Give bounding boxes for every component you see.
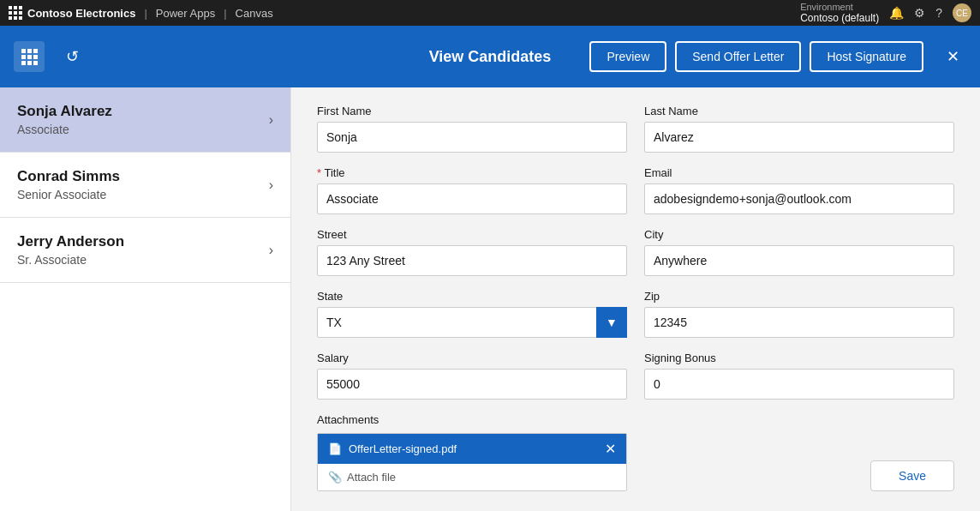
close-button[interactable]: ✕: [939, 43, 966, 70]
zip-group: Zip: [644, 290, 954, 338]
attachments-group: Attachments 📄 OfferLetter-signed.pdf ✕ 📎…: [317, 413, 627, 491]
state-select-wrapper: TX CA NY ▼: [317, 307, 627, 338]
app-title: View Candidates: [429, 48, 552, 66]
salary-label: Salary: [317, 352, 627, 364]
attachments-label: Attachments: [317, 413, 627, 426]
signing-bonus-input[interactable]: [644, 369, 954, 400]
preview-button[interactable]: Preview: [589, 41, 666, 72]
street-label: Street: [317, 228, 627, 241]
topbar-logo: Contoso Electronics: [9, 6, 135, 20]
environment-label: Environment: [800, 2, 879, 12]
main-content: Sonja Alvarez Associate › Conrad Simms S…: [0, 87, 980, 511]
attachment-close-button[interactable]: ✕: [605, 441, 616, 457]
chevron-icon-jerry: ›: [269, 243, 273, 258]
save-area: Save: [644, 413, 954, 491]
sidebar-item-conrad[interactable]: Conrad Simms Senior Associate ›: [0, 153, 290, 218]
send-offer-button[interactable]: Send Offer Letter: [675, 41, 801, 72]
topbar-app-label: Power Apps: [156, 7, 215, 20]
sidebar-item-info-conrad: Conrad Simms Senior Associate: [17, 168, 120, 201]
apps-icon: [9, 6, 22, 20]
title-label: Title: [317, 166, 627, 179]
last-name-label: Last Name: [644, 105, 954, 117]
attach-file-row[interactable]: 📎 Attach file: [318, 464, 626, 490]
logo-text: Contoso Electronics: [27, 7, 135, 20]
app-header: ↺ View Candidates Preview Send Offer Let…: [0, 26, 980, 87]
first-name-input[interactable]: [317, 122, 627, 153]
sidebar-item-info-jerry: Jerry Anderson Sr. Associate: [17, 233, 124, 267]
street-group: Street: [317, 228, 627, 276]
state-group: State TX CA NY ▼: [317, 290, 627, 338]
sidebar-item-role-conrad: Senior Associate: [17, 188, 120, 201]
apps-grid-button[interactable]: [14, 41, 45, 72]
city-group: City: [644, 228, 954, 276]
row-title-email: Title Email: [317, 166, 954, 214]
avatar[interactable]: CE: [953, 3, 971, 22]
zip-input[interactable]: [644, 307, 954, 338]
save-button[interactable]: Save: [870, 460, 954, 491]
host-signature-button[interactable]: Host Signature: [810, 41, 923, 72]
app-header-left: ↺: [14, 41, 86, 72]
topbar-canvas-label: Canvas: [236, 7, 273, 20]
sidebar-item-role-jerry: Sr. Associate: [17, 253, 124, 267]
city-input[interactable]: [644, 245, 954, 276]
attach-file-label: Attach file: [347, 471, 396, 484]
chevron-icon-sonja: ›: [269, 112, 273, 128]
apps-grid-icon: [21, 49, 38, 65]
sidebar: Sonja Alvarez Associate › Conrad Simms S…: [0, 87, 291, 511]
attachment-item: 📄 OfferLetter-signed.pdf ✕: [318, 434, 626, 464]
signing-bonus-label: Signing Bonus: [644, 352, 954, 364]
topbar: Contoso Electronics | Power Apps | Canva…: [0, 0, 980, 26]
attachment-box: 📄 OfferLetter-signed.pdf ✕ 📎 Attach file: [317, 433, 627, 491]
salary-group: Salary: [317, 352, 627, 400]
reload-button[interactable]: ↺: [58, 43, 86, 70]
bell-icon[interactable]: 🔔: [889, 6, 904, 20]
topbar-separator: |: [144, 7, 146, 20]
environment-value: Contoso (default): [800, 12, 879, 24]
signing-bonus-group: Signing Bonus: [644, 352, 954, 400]
form-area: First Name Last Name Title Email: [291, 87, 980, 511]
sidebar-item-role-sonja: Associate: [17, 123, 112, 136]
state-select[interactable]: TX CA NY: [317, 307, 627, 338]
help-icon[interactable]: ?: [935, 6, 942, 20]
street-input[interactable]: [317, 245, 627, 276]
email-label: Email: [644, 166, 954, 179]
sidebar-item-name-sonja: Sonja Alvarez: [17, 103, 112, 120]
state-label: State: [317, 290, 627, 303]
attachment-filename: OfferLetter-signed.pdf: [349, 442, 457, 455]
attachment-item-left: 📄 OfferLetter-signed.pdf: [328, 442, 457, 455]
row-street-city: Street City: [317, 228, 954, 276]
sidebar-item-jerry[interactable]: Jerry Anderson Sr. Associate ›: [0, 218, 290, 283]
last-name-input[interactable]: [644, 122, 954, 153]
row-name: First Name Last Name: [317, 105, 954, 153]
city-label: City: [644, 228, 954, 241]
topbar-right: Environment Contoso (default) 🔔 ⚙ ? CE: [800, 2, 971, 24]
topbar-pipe: |: [224, 7, 226, 20]
salary-input[interactable]: [317, 369, 627, 400]
app-header-right: Preview Send Offer Letter Host Signature…: [589, 41, 966, 72]
sidebar-item-name-conrad: Conrad Simms: [17, 168, 120, 185]
paperclip-icon: 📎: [328, 471, 342, 484]
row-salary-bonus: Salary Signing Bonus: [317, 352, 954, 400]
environment-info: Environment Contoso (default): [800, 2, 879, 24]
sidebar-item-info-sonja: Sonja Alvarez Associate: [17, 103, 112, 136]
sidebar-item-name-jerry: Jerry Anderson: [17, 233, 124, 250]
title-group: Title: [317, 166, 627, 214]
row-attachments: Attachments 📄 OfferLetter-signed.pdf ✕ 📎…: [317, 413, 954, 491]
content-wrapper: First Name Last Name Title Email: [291, 87, 980, 511]
row-state-zip: State TX CA NY ▼ Zip: [317, 290, 954, 338]
title-input[interactable]: [317, 183, 627, 214]
sidebar-item-sonja[interactable]: Sonja Alvarez Associate ›: [0, 87, 290, 153]
last-name-group: Last Name: [644, 105, 954, 153]
zip-label: Zip: [644, 290, 954, 303]
pdf-icon: 📄: [328, 442, 342, 455]
first-name-label: First Name: [317, 105, 627, 117]
email-input[interactable]: [644, 183, 954, 214]
email-group: Email: [644, 166, 954, 214]
gear-icon[interactable]: ⚙: [914, 6, 925, 20]
chevron-icon-conrad: ›: [269, 177, 273, 193]
first-name-group: First Name: [317, 105, 627, 153]
